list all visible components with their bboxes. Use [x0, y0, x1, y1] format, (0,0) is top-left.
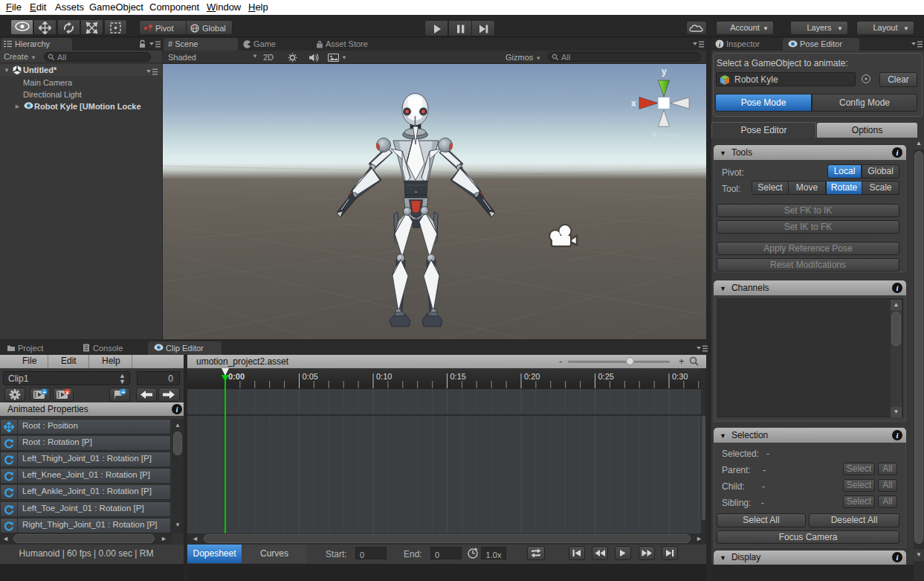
svg-text:0:10: 0:10	[376, 372, 392, 381]
svg-text:x: x	[631, 98, 636, 109]
svg-text:0:05: 0:05	[303, 372, 318, 381]
svg-text:y: y	[662, 66, 667, 77]
svg-text:Persp: Persp	[659, 131, 681, 140]
svg-text:0:25: 0:25	[598, 372, 614, 381]
svg-text:+: +	[121, 389, 125, 396]
svg-text:+: +	[42, 389, 46, 396]
svg-text:0:00: 0:00	[228, 372, 245, 381]
svg-text:0:15: 0:15	[450, 372, 466, 381]
svg-text:x: x	[65, 389, 69, 396]
svg-text:0:20: 0:20	[524, 372, 540, 381]
svg-text:0:30: 0:30	[672, 372, 688, 381]
